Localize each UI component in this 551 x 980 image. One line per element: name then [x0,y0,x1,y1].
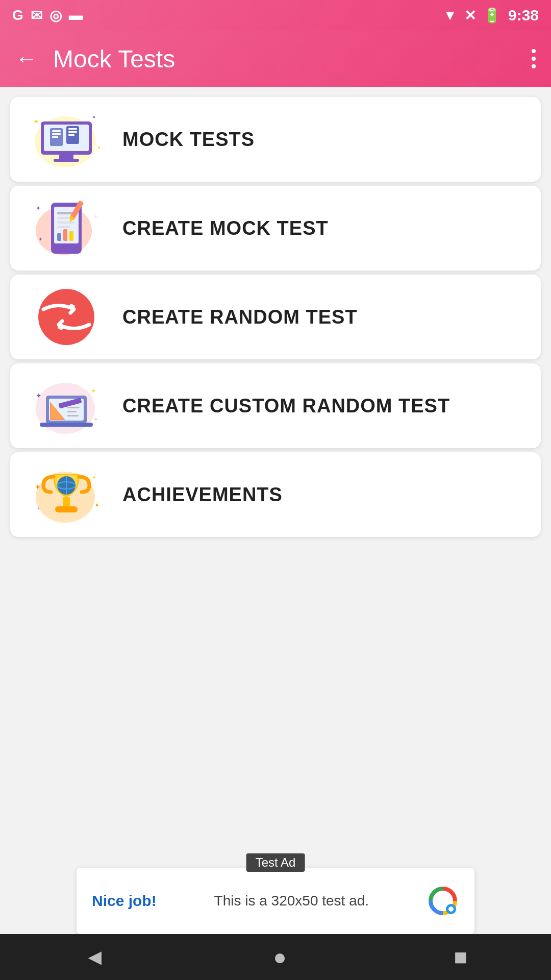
battery-icon: 🔋 [483,7,501,24]
svg-rect-8 [52,136,58,138]
design-tools-icon: ✦ ✦ + [31,375,102,436]
achievements-icon-wrapper: ✦ ✦ + ✦ [26,461,107,528]
svg-rect-42 [67,411,77,412]
more-dot-2 [532,57,536,61]
nav-bar: ◄ ● ■ [0,934,551,980]
svg-rect-4 [54,159,79,162]
svg-text:✦: ✦ [36,391,42,400]
svg-rect-49 [55,506,78,512]
svg-text:✦: ✦ [35,483,41,491]
create-mock-test-icon-wrapper: ✦ ✦ + [26,195,107,261]
circle-icon: ◎ [49,7,62,24]
more-dot-3 [532,64,536,68]
create-custom-random-test-label: CREATE CUSTOM RANDOM TEST [122,395,450,417]
mock-tests-card[interactable]: ✦ ✦ ✦ MOCK TESTS [10,97,541,182]
shuffle-icon [31,286,102,348]
svg-rect-23 [57,233,61,241]
nav-back-button[interactable]: ◄ [84,944,106,970]
svg-text:+: + [94,416,97,422]
svg-text:✦: ✦ [94,502,99,509]
svg-rect-10 [68,128,77,130]
status-bar: G ✉ ◎ ▬ ▼ ✕ 🔋 9:38 [0,0,551,31]
ad-description: This is a 320x50 test ad. [214,893,369,909]
page-title: Mock Tests [53,45,516,73]
svg-rect-37 [40,423,93,427]
svg-text:✦: ✦ [38,236,42,242]
mobile-pencil-icon: ✦ ✦ + [31,198,102,259]
ad-banner[interactable]: Test Ad Nice job! This is a 320x50 test … [77,868,474,934]
ad-nice-label: Nice job! [92,892,157,910]
mock-tests-label: MOCK TESTS [122,129,255,151]
svg-rect-12 [68,134,74,136]
svg-text:✦: ✦ [92,475,96,480]
more-dot-1 [532,49,536,53]
mock-tests-icon-wrapper: ✦ ✦ ✦ [26,106,107,173]
svg-rect-22 [57,226,70,228]
achievements-label: ACHIEVEMENTS [122,484,283,506]
create-random-test-icon-wrapper [26,284,107,350]
status-left-icons: G ✉ ◎ ▬ [12,7,83,24]
create-random-test-label: CREATE RANDOM TEST [122,306,358,328]
create-random-test-card[interactable]: CREATE RANDOM TEST [10,275,541,359]
app-bar: ← Mock Tests [0,31,551,87]
more-menu-button[interactable] [532,49,536,68]
content-area: ✦ ✦ ✦ MOCK TESTS [0,87,551,537]
svg-rect-21 [57,222,74,224]
wifi-icon: ▼ [443,7,457,23]
svg-point-59 [448,906,454,912]
nav-recent-button[interactable]: ■ [454,944,468,970]
svg-rect-11 [68,131,77,133]
svg-text:✦: ✦ [91,387,96,395]
svg-text:✦: ✦ [36,205,41,212]
ad-tag: Test Ad [246,853,305,872]
create-custom-random-test-card[interactable]: ✦ ✦ + CREATE CUSTOM RANDOM TEST [10,363,541,448]
status-time: 9:38 [508,7,539,24]
svg-rect-43 [67,415,79,416]
svg-text:+: + [94,213,97,219]
g-icon: G [12,7,23,23]
svg-point-31 [38,289,94,345]
svg-rect-24 [63,229,67,241]
svg-rect-25 [69,231,73,241]
svg-rect-7 [52,133,61,135]
ad-logo-icon [427,885,459,917]
create-mock-test-label: CREATE MOCK TEST [122,217,329,239]
back-button[interactable]: ← [15,47,38,70]
svg-text:✦: ✦ [92,114,96,120]
svg-text:✦: ✦ [97,145,101,151]
achievements-card[interactable]: ✦ ✦ + ✦ ACHIEVEMENTS [10,452,541,537]
status-right-icons: ▼ ✕ 🔋 9:38 [443,7,539,24]
create-custom-icon-wrapper: ✦ ✦ + [26,373,107,439]
svg-rect-48 [63,497,70,507]
svg-text:+: + [37,505,40,511]
svg-text:✦: ✦ [33,117,39,126]
mail-icon: ✉ [31,7,42,24]
monitor-icon: ✦ ✦ ✦ [31,109,102,170]
card-icon: ▬ [69,7,83,23]
nav-home-button[interactable]: ● [273,944,287,970]
create-mock-test-card[interactable]: ✦ ✦ + CREATE MOCK TEST [10,186,541,271]
trophy-icon: ✦ ✦ + ✦ [31,464,102,525]
signal-icon: ✕ [464,7,476,24]
svg-rect-41 [67,407,80,408]
svg-rect-6 [52,130,61,132]
